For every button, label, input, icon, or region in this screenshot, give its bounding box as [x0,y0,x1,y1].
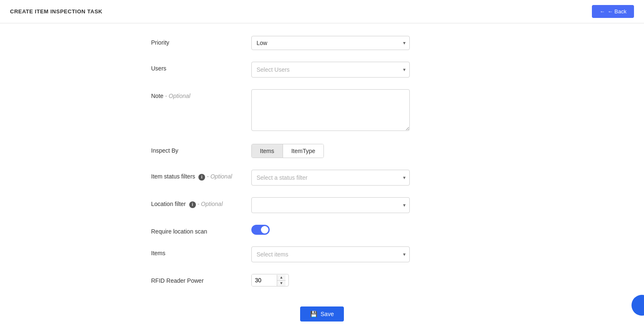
item-status-field: Select a status filter ▾ [251,170,410,186]
back-button-label: ← Back [607,8,626,15]
item-status-select[interactable]: Select a status filter [251,170,410,186]
items-row: Items Select items ▾ [151,246,493,262]
users-field: Select Users ▾ [251,62,410,78]
note-optional-label: - Optional [165,93,190,99]
save-button[interactable]: 💾 Save [300,306,344,321]
items-select[interactable]: Select items [251,246,410,262]
users-row: Users Select Users ▾ [151,62,493,78]
rfid-input[interactable] [252,274,277,286]
inspect-by-field: Items ItemType [251,144,410,158]
location-filter-optional-label: - Optional [198,201,223,207]
note-textarea[interactable] [251,89,410,131]
rfid-spinner: ▲ ▼ [277,275,286,286]
save-button-label: Save [321,311,334,317]
location-filter-info-icon[interactable]: i [189,201,196,208]
location-filter-select-wrapper: ▾ [251,197,410,213]
priority-select-wrapper: Low Medium High ▾ [251,36,410,50]
note-field [251,89,410,132]
inspect-by-items-button[interactable]: Items [252,144,283,158]
inspect-by-itemtype-button[interactable]: ItemType [283,144,324,158]
items-label: Items [151,246,251,256]
back-arrow-icon: ← [599,8,605,15]
note-label: Note - Optional [151,89,251,99]
users-label: Users [151,62,251,72]
rfid-label: RFID Reader Power [151,274,251,284]
require-scan-field [251,225,410,235]
back-button[interactable]: ← ← Back [592,5,634,18]
rfid-input-wrapper: ▲ ▼ [251,274,289,286]
item-status-placeholder: Select a status filter [257,174,308,181]
location-filter-row: Location filter i - Optional ▾ [151,197,493,213]
priority-field: Low Medium High ▾ [251,36,410,50]
rfid-field: ▲ ▼ [251,274,410,286]
location-filter-label: Location filter i - Optional [151,197,251,208]
items-select-wrapper: Select items ▾ [251,246,410,262]
item-status-info-icon[interactable]: i [198,174,205,181]
require-scan-label: Require location scan [151,225,251,235]
floppy-disk-icon: 💾 [310,311,317,317]
require-scan-toggle[interactable] [251,225,270,235]
page-title: CREATE ITEM INSPECTION TASK [10,8,103,15]
priority-label: Priority [151,36,251,46]
rfid-row: RFID Reader Power ▲ ▼ [151,274,493,286]
users-select[interactable]: Select Users [251,62,410,78]
toggle-slider [251,225,270,235]
item-status-row: Item status filters i - Optional Select … [151,170,493,186]
location-filter-field: ▾ [251,197,410,213]
form-container: Priority Low Medium High ▾ Users Select … [135,23,510,324]
item-status-optional-label: - Optional [207,173,232,180]
priority-row: Priority Low Medium High ▾ [151,36,493,50]
right-edge-circle [631,295,644,316]
location-filter-select[interactable] [251,197,410,213]
require-scan-row: Require location scan [151,225,493,235]
inspect-by-label: Inspect By [151,144,251,154]
page-header: CREATE ITEM INSPECTION TASK ← ← Back [0,0,644,23]
users-placeholder: Select Users [257,66,290,73]
save-actions: 💾 Save [151,298,493,321]
note-row: Note - Optional [151,89,493,132]
item-status-label: Item status filters i - Optional [151,170,251,181]
inspect-by-row: Inspect By Items ItemType [151,144,493,158]
rfid-decrement-button[interactable]: ▼ [277,281,286,286]
item-status-select-wrapper: Select a status filter ▾ [251,170,410,186]
users-select-wrapper: Select Users ▾ [251,62,410,78]
rfid-increment-button[interactable]: ▲ [277,275,286,281]
priority-select[interactable]: Low Medium High [251,36,410,50]
items-placeholder: Select items [257,251,288,258]
items-field: Select items ▾ [251,246,410,262]
inspect-by-toggle-group: Items ItemType [251,144,324,158]
